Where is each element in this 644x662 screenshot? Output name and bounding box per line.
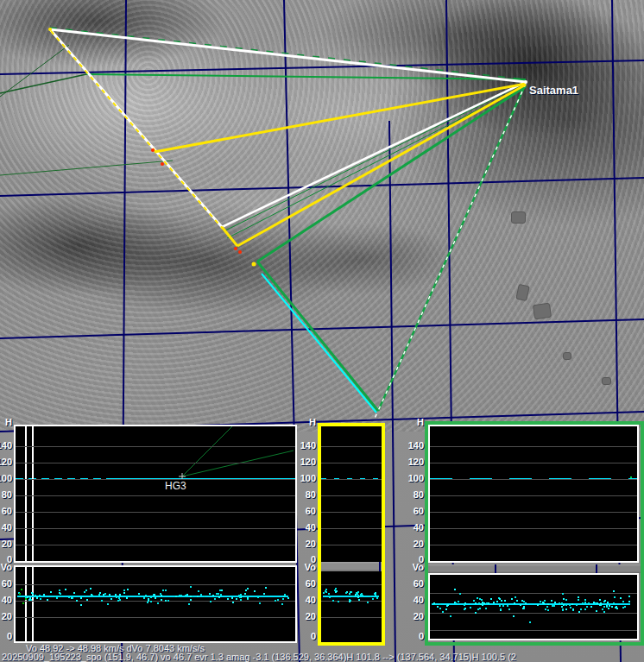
velocity-scatter-point [188,603,190,605]
velocity-scatter-point [231,597,233,599]
velocity-scatter-point [30,599,32,601]
plot-gridline [16,545,295,545]
velocity-scatter-point [562,608,564,610]
velocity-scatter-point [515,596,516,598]
velocity-scatter-point [502,605,504,607]
velocity-scatter-point [593,602,595,603]
velocity-scatter-point [608,608,609,609]
velocity-scatter-point [551,600,552,602]
velocity-scatter-point [116,596,117,597]
velocity-scatter-point [439,603,441,605]
velocity-scatter-point [355,594,357,596]
velocity-scatter-point [240,594,242,596]
velocity-scatter-point [60,596,62,597]
velocity-scatter-point [540,601,541,602]
velocity-scatter-point [179,595,180,596]
plot-gridline [16,512,295,513]
velocity-scatter-point [569,604,571,606]
velocity-scatter-point [606,605,608,607]
velocity-scatter-point [349,601,350,602]
velocity-scatter-point [192,596,193,597]
green-scatter-point [21,589,22,590]
velocity-scatter-point [523,601,525,602]
velocity-scatter-point [584,608,586,610]
velocity-scatter-point [433,602,435,604]
velocity-scatter-point [180,595,182,596]
axis-tick-label: 80 [414,489,424,501]
velocity-scatter-point [76,600,78,602]
velocity-scatter-point [245,589,247,591]
velocity-scatter-point [488,602,489,604]
left-height-plot: HG3 [14,425,297,563]
plot-gridline [321,446,382,447]
plot-gridline [16,601,295,602]
velocity-scatter-point [98,594,100,596]
velocity-scatter-point [200,594,202,596]
velocity-scatter-point [110,598,112,600]
velocity-scatter-point [482,604,483,606]
green-scatter-point [25,598,27,600]
velocity-scatter-point [576,604,578,606]
velocity-scatter-point [464,604,465,606]
plot-gridline [16,584,295,585]
velocity-scatter-point [501,600,502,602]
velocity-scatter-point [86,599,88,601]
velocity-scatter-point [479,608,481,609]
velocity-scatter-point [584,599,586,601]
velocity-scatter-point [282,598,284,600]
velocity-scatter-point [59,589,60,591]
middle-velocity-plot [321,571,382,642]
middle-height-plot [321,426,382,562]
axis-tick-label: 120 [408,457,424,468]
velocity-scatter-point [520,604,521,606]
velocity-scatter-point [84,591,85,593]
velocity-scatter-point [101,600,103,602]
velocity-scatter-point [175,596,177,597]
plot-gridline [321,479,382,480]
white-tracks [50,29,526,420]
plot-gridline [430,528,637,529]
velocity-scatter-point [588,602,590,604]
app-window: Saitama1 HG3 [0,0,644,662]
velocity-scatter-point [554,602,556,603]
velocity-scatter-point [546,606,548,608]
velocity-scatter-point [349,593,350,595]
velocity-scatter-point [154,594,155,596]
velocity-scatter-point [516,600,518,602]
velocity-scatter-point [547,609,549,611]
velocity-scatter-point [338,601,339,602]
velocity-scatter-point [481,599,483,601]
velocity-scatter-point [499,605,501,607]
velocity-scatter-point [332,600,334,602]
velocity-scatter-point [90,588,92,589]
velocity-scatter-point [475,612,477,614]
velocity-scatter-point [212,595,214,596]
velocity-scatter-point [143,597,145,599]
velocity-scatter-point [109,594,110,596]
axis-tick-label: 80 [2,489,12,501]
plot-gridline [430,512,637,513]
velocity-scatter-point [628,596,630,597]
axis-tick-label: 20 [306,539,316,550]
velocity-scatter-point [544,600,546,602]
velocity-scatter-point [56,597,58,599]
axis-tick-label: H [309,417,316,428]
velocity-scatter-point [458,601,459,602]
velocity-scatter-point [580,608,582,610]
plot-gridline [16,495,295,496]
plot-gridline [321,545,382,545]
velocity-scatter-point [609,605,610,607]
velocity-scatter-point [40,598,41,600]
velocity-scatter-point [325,591,327,593]
velocity-scatter-point [613,590,615,592]
velocity-scatter-point [511,598,513,600]
velocity-scatter-point [500,608,502,610]
velocity-scatter-point [218,596,220,598]
velocity-scatter-point [47,599,48,601]
velocity-scatter-point [613,602,615,604]
velocity-scatter-point [214,598,216,600]
velocity-scatter-point [437,606,439,608]
velocity-scatter-point [281,603,283,605]
velocity-scatter-point [54,596,56,597]
velocity-scatter-point [362,595,363,596]
